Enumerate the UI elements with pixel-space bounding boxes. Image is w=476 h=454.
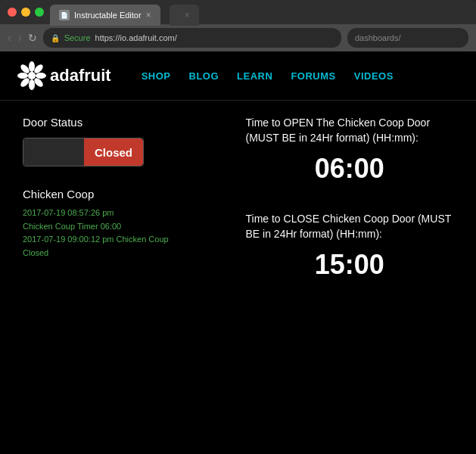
- url-text: https://io.adafruit.com/: [95, 33, 177, 42]
- site-header: adafruit SHOP BLOG LEARN FORUMS VIDEOS: [0, 51, 476, 101]
- maximize-window-button[interactable]: [35, 8, 44, 17]
- open-time-section: Time to OPEN The Chicken Coop Door (MUST…: [246, 116, 454, 185]
- svg-point-4: [36, 73, 46, 79]
- door-status-section: Door Status Closed: [23, 116, 231, 166]
- tab-2[interactable]: ×: [170, 5, 199, 26]
- logo-area: adafruit: [15, 59, 111, 92]
- logo-text: adafruit: [50, 66, 111, 86]
- main-content: Door Status Closed Chicken Coop 2017-07-…: [0, 101, 476, 296]
- open-time-label: Time to OPEN The Chicken Coop Door (MUST…: [246, 116, 454, 145]
- nav-forums[interactable]: FORUMS: [291, 70, 335, 82]
- address-bar[interactable]: 🔒 Secure https://io.adafruit.com/: [43, 28, 341, 48]
- door-status-title: Door Status: [23, 116, 231, 129]
- svg-point-0: [28, 72, 36, 79]
- right-column: Time to OPEN The Chicken Coop Door (MUST…: [246, 116, 454, 281]
- adafruit-logo-icon: [15, 59, 48, 92]
- left-column: Door Status Closed Chicken Coop 2017-07-…: [23, 116, 231, 281]
- tab-1[interactable]: 📄 Instructable Editor ×: [50, 5, 160, 26]
- toggle-closed-label[interactable]: Closed: [84, 138, 143, 166]
- website-content: adafruit SHOP BLOG LEARN FORUMS VIDEOS D…: [0, 51, 476, 454]
- chicken-coop-log: 2017-07-19 08:57:26 pm Chicken Coup Time…: [23, 207, 231, 260]
- toggle-off-area[interactable]: [23, 138, 84, 166]
- close-time-section: Time to CLOSE Chicken Coop Door (MUST BE…: [246, 212, 454, 281]
- open-time-value: 06:00: [246, 153, 454, 185]
- minimize-window-button[interactable]: [21, 8, 30, 17]
- tab-1-close-button[interactable]: ×: [146, 10, 151, 20]
- tab-1-favicon: 📄: [59, 10, 70, 20]
- close-time-label: Time to CLOSE Chicken Coop Door (MUST BE…: [246, 212, 454, 241]
- site-nav: SHOP BLOG LEARN FORUMS VIDEOS: [142, 70, 394, 82]
- second-url-text: dashboards/: [355, 33, 401, 42]
- tab-2-close-button[interactable]: ×: [185, 10, 190, 20]
- svg-point-3: [17, 73, 28, 79]
- traffic-lights: [8, 8, 44, 17]
- svg-point-2: [29, 79, 35, 90]
- door-toggle[interactable]: Closed: [23, 138, 144, 166]
- nav-learn[interactable]: LEARN: [237, 70, 272, 82]
- secure-label: Secure: [64, 33, 91, 42]
- secure-icon: 🔒: [51, 34, 60, 42]
- tab-1-label: Instructable Editor: [74, 11, 142, 20]
- back-button[interactable]: ‹: [8, 31, 11, 45]
- log-line-3: 2017-07-19 09:00:12 pm Chicken Coup: [23, 233, 231, 247]
- svg-point-1: [29, 61, 35, 72]
- address-bar-row: ‹ › ↻ 🔒 Secure https://io.adafruit.com/ …: [0, 24, 476, 51]
- forward-button[interactable]: ›: [17, 31, 21, 45]
- close-window-button[interactable]: [8, 8, 17, 17]
- chicken-coop-section: Chicken Coop 2017-07-19 08:57:26 pm Chic…: [23, 188, 231, 260]
- chicken-coop-title: Chicken Coop: [23, 188, 231, 201]
- title-bar: 📄 Instructable Editor × ×: [0, 0, 476, 24]
- browser-window: 📄 Instructable Editor × × ‹ › ↻ 🔒 Secure…: [0, 0, 476, 51]
- nav-shop[interactable]: SHOP: [142, 70, 171, 82]
- log-line-2: Chicken Coup Timer 06:00: [23, 220, 231, 234]
- close-time-value: 15:00: [246, 249, 454, 281]
- nav-videos[interactable]: VIDEOS: [354, 70, 394, 82]
- log-line-1: 2017-07-19 08:57:26 pm: [23, 207, 231, 220]
- refresh-button[interactable]: ↻: [28, 32, 37, 44]
- nav-blog[interactable]: BLOG: [189, 70, 219, 82]
- log-line-4: Closed: [23, 247, 231, 260]
- second-address-bar[interactable]: dashboards/: [347, 28, 468, 48]
